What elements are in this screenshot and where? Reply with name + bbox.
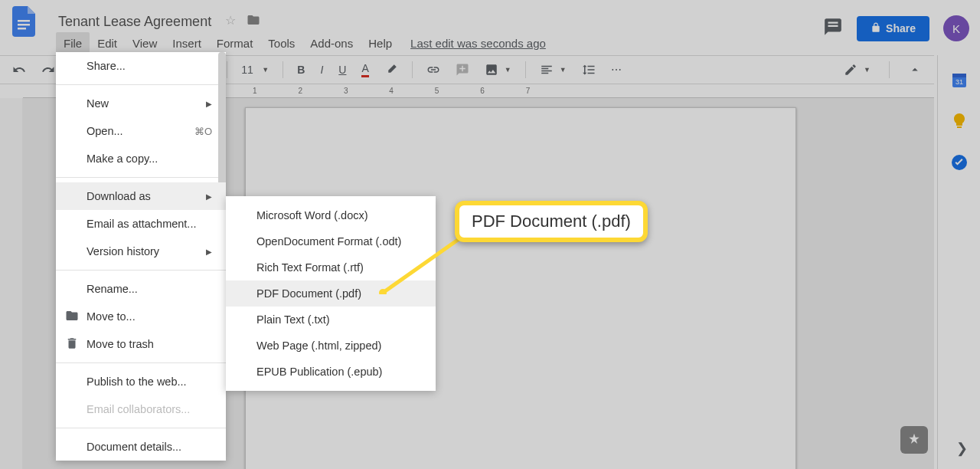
calendar-icon[interactable]: 31 [950, 71, 969, 89]
submenu-item-docx[interactable]: Microsoft Word (.docx) [226, 202, 436, 228]
keep-icon[interactable] [950, 112, 969, 130]
menu-item-make-copy[interactable]: Make a copy... [56, 145, 226, 172]
menu-item-email-collaborators: Email collaborators... [56, 395, 226, 423]
underline-button[interactable]: U [334, 61, 351, 79]
menu-view[interactable]: View [125, 32, 165, 54]
menu-format[interactable]: Format [209, 32, 261, 54]
submenu-item-epub[interactable]: EPUB Publication (.epub) [226, 359, 436, 385]
chevron-right-icon: ▶ [206, 248, 212, 256]
share-button[interactable]: Share [857, 16, 929, 41]
svg-rect-4 [952, 74, 966, 77]
editing-mode-button[interactable]: ▼ [839, 60, 875, 80]
text-color-button[interactable]: A [357, 59, 373, 80]
explore-button[interactable] [900, 426, 928, 454]
lock-icon [871, 22, 881, 35]
side-panel: 31 [937, 55, 980, 469]
menu-tools[interactable]: Tools [260, 32, 302, 54]
menu-item-new[interactable]: New▶ [56, 90, 226, 117]
menu-item-move-to[interactable]: Move to... [56, 303, 226, 330]
google-docs-icon[interactable] [9, 6, 40, 37]
trash-icon [65, 336, 79, 353]
folder-icon [65, 309, 79, 325]
menu-item-document-details[interactable]: Document details... [56, 433, 226, 461]
submenu-item-html[interactable]: Web Page (.html, zipped) [226, 333, 436, 359]
undo-button[interactable] [8, 60, 31, 80]
folder-icon[interactable] [247, 13, 260, 30]
italic-button[interactable]: I [315, 61, 328, 79]
menu-help[interactable]: Help [361, 32, 400, 54]
annotation-callout: PDF Document (.pdf) [455, 201, 648, 242]
line-spacing-button[interactable] [577, 60, 600, 80]
align-button[interactable]: ▼ [535, 60, 571, 80]
chevron-right-icon: ▶ [206, 192, 212, 201]
menu-insert[interactable]: Insert [165, 32, 209, 54]
file-menu: Share... New▶ Open...⌘O Make a copy... D… [56, 52, 226, 461]
more-button[interactable]: ⋯ [606, 61, 626, 79]
share-label: Share [886, 22, 916, 34]
highlight-button[interactable] [380, 60, 403, 80]
svg-text:31: 31 [955, 78, 962, 86]
header-right: Share K [823, 15, 969, 41]
show-side-panel-button[interactable]: ❯ [956, 440, 968, 457]
menu-item-version-history[interactable]: Version history▶ [56, 238, 226, 265]
insert-link-button[interactable] [422, 60, 445, 80]
star-icon[interactable]: ☆ [225, 13, 236, 30]
comments-icon[interactable] [823, 17, 843, 40]
font-size-select[interactable]: 11▼ [237, 61, 273, 79]
chevron-right-icon: ▶ [206, 100, 212, 108]
insert-comment-button[interactable] [451, 60, 474, 80]
insert-image-button[interactable]: ▼ [480, 60, 516, 80]
menu-item-download-as[interactable]: Download as▶ [56, 182, 226, 210]
menu-item-share[interactable]: Share... [56, 52, 226, 80]
submenu-item-txt[interactable]: Plain Text (.txt) [226, 307, 436, 333]
menu-item-open[interactable]: Open...⌘O [56, 117, 226, 145]
menu-item-publish[interactable]: Publish to the web... [56, 368, 226, 395]
tasks-icon[interactable] [950, 153, 969, 172]
svg-rect-0 [18, 20, 30, 22]
menu-file[interactable]: File [56, 32, 90, 54]
collapse-toolbar-button[interactable] [903, 60, 926, 80]
menu-item-rename[interactable]: Rename... [56, 275, 226, 303]
annotation-arrow [375, 233, 467, 294]
svg-rect-1 [18, 24, 30, 26]
vertical-ruler [0, 98, 23, 469]
account-avatar[interactable]: K [943, 15, 969, 41]
menu-item-move-to-trash[interactable]: Move to trash [56, 330, 226, 358]
menu-item-email-attachment[interactable]: Email as attachment... [56, 210, 226, 238]
svg-line-7 [383, 236, 463, 293]
menu-addons[interactable]: Add-ons [302, 32, 361, 54]
menu-edit[interactable]: Edit [90, 32, 125, 54]
document-title[interactable]: Tenant Lease Agreement [58, 11, 211, 31]
menubar: File Edit View Insert Format Tools Add-o… [56, 32, 546, 54]
last-edit-link[interactable]: Last edit was seconds ago [410, 37, 546, 50]
svg-rect-2 [18, 28, 26, 30]
bold-button[interactable]: B [292, 61, 309, 79]
